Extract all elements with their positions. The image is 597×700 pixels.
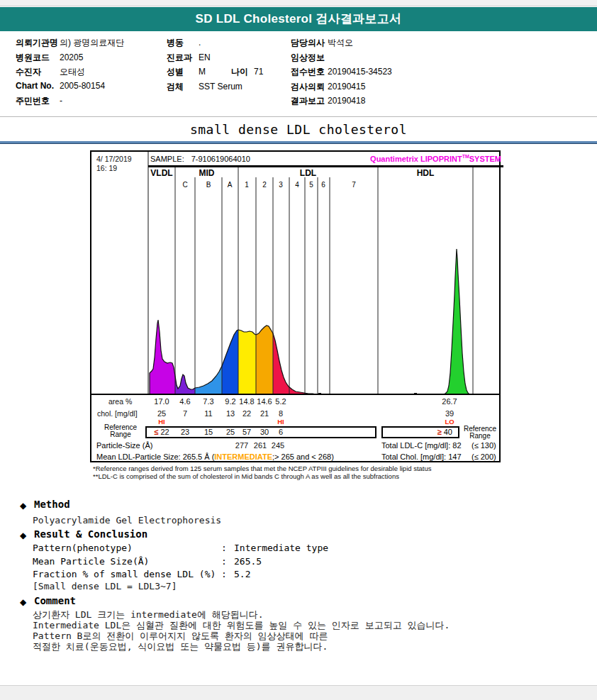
footer-strip (0, 685, 597, 700)
patient-right-row: 임상정보 (291, 52, 392, 67)
result-value: 5.2 (234, 569, 250, 579)
sample-label: SAMPLE: (150, 155, 184, 163)
area-value-MID-C: 4.6 (179, 397, 190, 406)
mean-particle-row: Mean LDL-Particle Size: 265.5 Å (INTERME… (96, 452, 334, 461)
field-value: 20205 (60, 52, 83, 62)
patient-left-row: 병원코드20205 (16, 52, 124, 67)
method-title: Method (34, 499, 70, 510)
result-value: Intermediate type (234, 543, 328, 553)
area-value-LDL-3: 5.2 (275, 397, 286, 406)
fraction-area-LDL-2 (256, 326, 273, 394)
patient-middle-row: 성별M나이71 (167, 66, 263, 81)
patient-middle-row: 병동. (167, 37, 263, 52)
field-value: 의) 광명의료재단 (60, 38, 124, 48)
brand-tm: TM (462, 154, 469, 159)
patient-middle-row: 검체SST Serum (167, 81, 263, 96)
brand-logo-text: Quantimetrix LIPOPRINTTMSYSTEM (370, 154, 501, 163)
field-label: 접수번호 (291, 66, 328, 78)
fraction-area-MID-B (195, 366, 222, 394)
result-label: Mean Particle Size(Å) (33, 556, 149, 567)
field-label: 결과보고 (291, 95, 328, 107)
chol-value-MID-C: 7 (183, 409, 187, 418)
footnote-2: **LDL-C is comprised of the sum of chole… (93, 473, 504, 481)
total-chol-ref: (≤ 200) (472, 452, 496, 461)
sample-row: SAMPLE: 7-910619064010 Quantimetrix LIPO… (148, 152, 503, 167)
baseline (91, 394, 499, 395)
chol-value-LDL-3: 8 (279, 409, 283, 418)
patient-right-row: 결과보고20190418 (291, 95, 392, 110)
subband-label-2: 2 (262, 181, 267, 189)
field-value: SST Serum (199, 82, 242, 91)
field-label: 검체 (167, 81, 199, 93)
sample-id: 7-910619064010 (191, 155, 250, 163)
field-value: 오태성 (60, 67, 85, 77)
flag-HI-LDL-3: HI (277, 418, 284, 426)
top-strip (0, 0, 597, 6)
section-title: small dense LDL cholesterol (0, 122, 597, 137)
field-label: 진료과 (167, 52, 199, 64)
field-value: 20190418 (328, 96, 365, 106)
patient-right-row: 검사의뢰20190415 (291, 81, 392, 96)
chol-value-MID-A: 13 (226, 409, 235, 418)
flag-HI-VLDL: HI (158, 418, 165, 426)
patient-right-row: 접수번호20190415-34523 (291, 66, 392, 81)
area-value-VLDL: 17.0 (154, 397, 169, 406)
field-label: 담당의사 (291, 37, 328, 49)
result-colon: : (221, 556, 227, 567)
area-value-HDL: 26.7 (442, 397, 457, 406)
comment-title: Comment (34, 595, 76, 606)
patient-left-row: 주민번호- (16, 95, 124, 110)
field-value: 71 (254, 67, 263, 77)
result-colon: : (221, 543, 227, 553)
field-label: 성별 (167, 66, 199, 78)
field-label: 의뢰기관명 (16, 37, 60, 49)
field-value: 박석오 (328, 38, 353, 48)
subband-label-C: C (182, 181, 187, 189)
subband-label-6: 6 (321, 181, 325, 189)
reference-range-label-left: Reference Range (97, 424, 144, 438)
chol-value-LDL-1: 22 (242, 409, 251, 418)
gte-symbol: ≥ (437, 428, 442, 436)
total-ldl-value: 82 (452, 441, 461, 450)
particle-size-LDL-2: 261 (254, 441, 267, 450)
band-label-LDL: LDL (300, 168, 316, 178)
patient-left-row: 수진자오태성 (16, 66, 124, 81)
comment-line: 적절한 치료(운동요법, 식이요법 또는 약물요법 등)를 권유합니다. (33, 640, 328, 653)
total-chol-row: Total Chol. [mg/dl]: 147 (381, 452, 462, 461)
field-label: 병동 (167, 37, 199, 49)
field-value: 20190415-34523 (328, 67, 392, 77)
chol-value-HDL: 39 (445, 409, 454, 418)
area-value-MID-B: 7.3 (203, 397, 213, 406)
total-ldl-row: Total LDL-C [mg/dl]: 82 (381, 441, 462, 450)
mean-class-intermediate: INTERMEDIATE (214, 452, 272, 461)
reference-range-box-hdl: ≥ 40 (381, 426, 459, 438)
particle-size-LDL-1: 277 (235, 441, 248, 450)
result-title: Result & Conclusion (34, 528, 147, 540)
result-colon: : (221, 569, 227, 579)
field-label: 나이 (231, 66, 248, 78)
patient-left-row: Chart No.2005-80154 (16, 81, 124, 96)
report-title-text: SD LDL Cholesterol 검사결과보고서 (0, 7, 597, 31)
subband-label-A: A (228, 181, 233, 189)
field-label: 검사의뢰 (291, 81, 328, 93)
brand-prefix: Quantimetrix LIPOPRINT (370, 155, 462, 163)
field-label: 수진자 (16, 66, 60, 78)
lipoprint-chart: 4/ 17/2019 16: 19 SAMPLE: 7-910619064010… (90, 150, 501, 462)
patient-right-row: 담당의사박석오 (291, 37, 392, 52)
chart-datetime: 4/ 17/2019 16: 19 (96, 155, 132, 173)
subband-label-5: 5 (309, 181, 313, 189)
field-value: EN (199, 52, 214, 62)
field-label: 임상정보 (291, 52, 328, 64)
divider-line (0, 116, 597, 117)
chol-value-MID-B: 11 (204, 409, 212, 418)
patient-col-right: 담당의사박석오임상정보접수번호20190415-34523검사의뢰2019041… (291, 37, 392, 110)
hdl-ref-value: 40 (444, 428, 452, 436)
method-body: Polyacrylamide Gel Electrophoresis (33, 515, 221, 526)
fraction-area-LDL-1 (238, 330, 256, 394)
area-value-MID-A: 9.2 (225, 397, 235, 406)
field-value: 20190415 (328, 82, 365, 91)
subband-label-7: 7 (352, 181, 356, 189)
subband-label-B: B (206, 181, 211, 189)
diamond-bullet-icon: ◆ (20, 501, 26, 511)
footnote-1: *Reference ranges derived from 125 serum… (93, 465, 504, 473)
